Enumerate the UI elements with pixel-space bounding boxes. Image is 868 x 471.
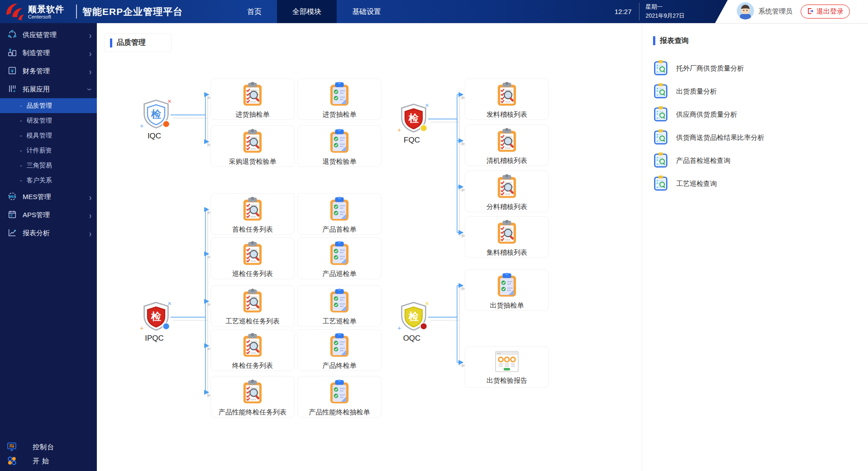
page-title: 品质管理 — [117, 38, 146, 48]
clipboard-inspect-icon — [240, 380, 265, 407]
flow-node-产品性能终检任务列表[interactable]: 产品性能终检任务列表 — [210, 376, 295, 418]
sidebar-item-供应链管理[interactable]: 供应链管理› — [0, 26, 97, 44]
clipboard-form-icon — [327, 333, 352, 360]
flow-node-产品巡检单[interactable]: 产品巡检单 — [297, 238, 382, 279]
logo-divider — [76, 5, 77, 19]
report-title-accent-bar — [653, 36, 655, 45]
report-item-工艺巡检查询[interactable]: 工艺巡检查询 — [653, 172, 868, 195]
flow-node-巡检任务列表[interactable]: 巡检任务列表 — [210, 238, 295, 279]
svg-text:✕: ✕ — [425, 300, 429, 306]
flow-node-进货抽检单[interactable]: 进货抽检单 — [210, 78, 295, 120]
flow-node-出货检验报告[interactable]: 出货检验报告 — [465, 346, 549, 388]
flow-node-采购退货检验单[interactable]: 采购退货检验单 — [210, 125, 295, 167]
shield-fqc-icon: 检✕+ — [395, 101, 433, 137]
report-window-icon — [494, 350, 520, 375]
report-item-供应商供货质量分析[interactable]: 供应商供货质量分析 — [653, 103, 868, 126]
sidebar-subitem-品质管理[interactable]: -品质管理 — [0, 98, 97, 113]
report-analysis-icon — [7, 228, 17, 239]
sidebar-subitem-三角贸易[interactable]: -三角贸易 — [0, 158, 97, 173]
svg-text:检: 检 — [151, 311, 162, 322]
flow-node-产品性能终检抽检单[interactable]: 产品性能终检抽检单 — [297, 376, 382, 418]
chevron-right-icon: › — [89, 66, 91, 76]
nav-item-首页[interactable]: 首页 — [232, 0, 277, 23]
flow-node-分料稽核列表[interactable]: 分料稽核列表 — [465, 171, 549, 212]
avatar — [737, 2, 754, 21]
sidebar-item-财务管理[interactable]: ¥财务管理› — [0, 62, 97, 80]
logout-button[interactable]: 退出登录 — [801, 5, 850, 19]
svg-text:+: + — [397, 325, 401, 332]
shield-label-oqc: OQC — [380, 334, 444, 343]
sidebar-item-拓展应用[interactable]: +拓展应用› — [0, 80, 97, 98]
sidebar-subitem-计件薪资[interactable]: -计件薪资 — [0, 143, 97, 158]
flow-node-出货抽检单[interactable]: 出货抽检单 — [465, 269, 549, 311]
time: 12:27 — [615, 8, 632, 15]
svg-text:MES: MES — [9, 195, 16, 198]
clipboard-form-icon — [327, 197, 352, 224]
clipboard-form-icon — [327, 129, 352, 156]
sidebar-item-MES管理[interactable]: MESMES管理› — [0, 188, 97, 206]
sidebar-item-报表分析[interactable]: 报表分析› — [0, 224, 97, 242]
logo-swoosh-icon — [5, 2, 24, 23]
sidebar-footer-控制台[interactable]: 控制台 — [0, 440, 97, 454]
report-item-供货商送货品检结果比率分析[interactable]: 供货商送货品检结果比率分析 — [653, 126, 868, 149]
sidebar-item-APS管理[interactable]: APS管理› — [0, 206, 97, 224]
report-item-托外厂商供货质量分析[interactable]: 托外厂商供货质量分析 — [653, 57, 868, 80]
flow-node-工艺巡检单[interactable]: 工艺巡检单 — [297, 285, 382, 327]
sidebar-subitem-客户关系[interactable]: -客户关系 — [0, 173, 97, 188]
report-item-出货质量分析[interactable]: 出货质量分析 — [653, 80, 868, 103]
shield-ipqc-icon: 检✕+ — [137, 299, 175, 335]
nav-item-全部模块[interactable]: 全部模块 — [277, 0, 337, 23]
sidebar-item-制造管理[interactable]: 制造管理› — [0, 44, 97, 62]
logo-title: 顺景软件 — [28, 5, 64, 14]
svg-text:+: + — [140, 123, 143, 129]
clipboard-inspect-icon — [494, 128, 520, 155]
aps-icon — [7, 209, 17, 221]
flow-node-集料稽核列表[interactable]: 集料稽核列表 — [465, 216, 549, 258]
svg-text:检: 检 — [151, 109, 162, 120]
svg-text:检: 检 — [408, 113, 419, 124]
title-accent-bar — [110, 38, 112, 48]
flow-node-终检任务列表[interactable]: 终检任务列表 — [210, 329, 295, 371]
flow-node-发料稽核列表[interactable]: 发料稽核列表 — [465, 78, 549, 120]
sidebar-subitem-研发管理[interactable]: -研发管理 — [0, 113, 97, 128]
logo: 顺景软件 Centersoft — [5, 2, 64, 23]
clipboard-form-icon — [327, 289, 352, 316]
shield-iqc-icon: 检✕+ — [137, 97, 175, 133]
flow-node-工艺巡检任务列表[interactable]: 工艺巡检任务列表 — [210, 285, 295, 327]
chevron-right-icon: › — [89, 228, 91, 238]
user-area: 系统管理员 退出登录 — [715, 0, 868, 23]
quality-flow-diagram: 品质管理 检✕+IQC进货抽检单进货抽检单采购退货检验单退货检验单检✕+FQC发… — [97, 24, 642, 471]
report-query-icon — [653, 129, 668, 147]
flow-node-首检任务列表[interactable]: 首检任务列表 — [210, 193, 295, 235]
svg-text:+: + — [397, 127, 401, 133]
shield-label-ipqc: IPQC — [123, 334, 186, 343]
flow-node-退货检验单[interactable]: 退货检验单 — [297, 125, 382, 167]
chevron-right-icon: › — [89, 192, 91, 202]
report-item-产品首检巡检查询[interactable]: 产品首检巡检查询 — [653, 149, 868, 172]
report-query-icon — [653, 106, 668, 124]
top-nav: 首页全部模块基础设置 — [232, 0, 396, 23]
sidebar: 供应链管理›制造管理›¥财务管理›+拓展应用›-品质管理-研发管理-模具管理-计… — [0, 23, 97, 471]
clipboard-form-icon — [494, 273, 520, 300]
top-bar: 顺景软件 Centersoft 智能ERP企业管理平台 首页全部模块基础设置 1… — [0, 0, 868, 23]
clipboard-inspect-icon — [240, 82, 265, 109]
svg-text:✕: ✕ — [167, 98, 172, 104]
shield-label-iqc: IQC — [123, 132, 186, 141]
nav-item-基础设置[interactable]: 基础设置 — [337, 0, 396, 23]
sidebar-footer-开始[interactable]: 开 始 — [0, 454, 97, 468]
chevron-down-icon: › — [85, 88, 95, 90]
clipboard-inspect-icon — [240, 129, 265, 156]
report-query-icon — [653, 176, 668, 193]
svg-text:¥: ¥ — [10, 68, 14, 73]
clipboard-form-icon — [327, 380, 352, 407]
app-title: 智能ERP企业管理平台 — [82, 5, 183, 18]
sidebar-subitem-模具管理[interactable]: -模具管理 — [0, 128, 97, 143]
clipboard-inspect-icon — [240, 197, 265, 224]
chevron-right-icon: › — [89, 210, 91, 220]
flow-node-清机稽核列表[interactable]: 清机稽核列表 — [465, 124, 549, 166]
flow-node-产品首检单[interactable]: 产品首检单 — [297, 193, 382, 235]
flow-node-进货抽检单[interactable]: 进货抽检单 — [297, 78, 382, 120]
flow-node-产品终检单[interactable]: 产品终检单 — [297, 329, 382, 371]
clipboard-inspect-icon — [494, 174, 520, 201]
start-icon — [6, 455, 17, 467]
